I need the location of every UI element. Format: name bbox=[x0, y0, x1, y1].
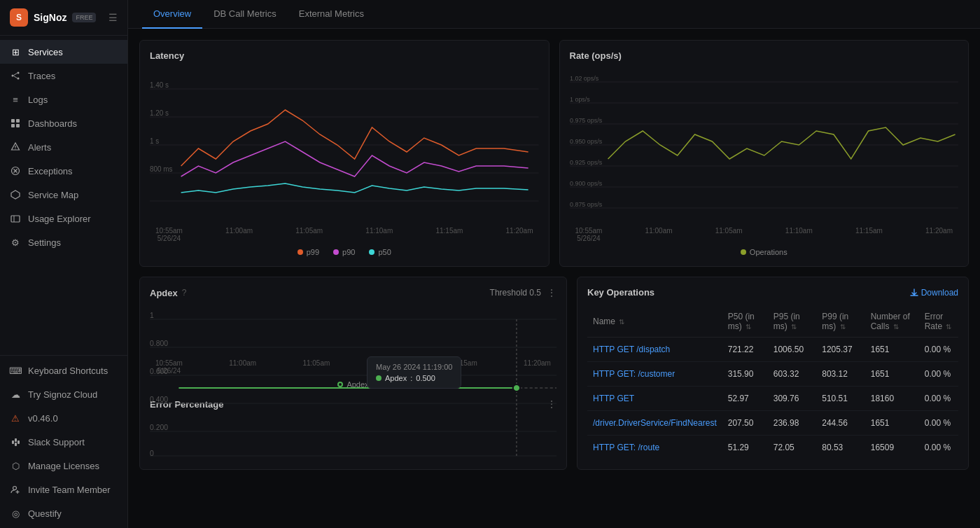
help-icon[interactable]: ? bbox=[182, 288, 187, 298]
latency-legend: p99 p90 p50 bbox=[150, 248, 539, 256]
svg-line-3 bbox=[14, 74, 18, 76]
sidebar-item-label: Slack Support bbox=[28, 437, 85, 447]
more-options-button[interactable]: ⋮ bbox=[547, 287, 556, 298]
sidebar-item-alerts[interactable]: Alerts bbox=[0, 135, 127, 159]
sidebar-item-slack-support[interactable]: Slack Support bbox=[0, 430, 127, 454]
sidebar-item-settings[interactable]: ⚙ Settings bbox=[0, 230, 127, 254]
op-p50-cell: 721.22 bbox=[722, 338, 768, 362]
svg-text:0.800: 0.800 bbox=[150, 340, 168, 347]
sidebar-item-dashboards[interactable]: Dashboards bbox=[0, 111, 127, 135]
op-p99-cell: 510.51 bbox=[816, 387, 865, 411]
logs-icon: ≡ bbox=[10, 94, 21, 105]
invite-icon bbox=[10, 484, 21, 495]
col-p50: P50 (in ms) ⇅ bbox=[722, 306, 768, 338]
sidebar-item-label: Service Map bbox=[28, 190, 78, 200]
usage-explorer-icon bbox=[10, 213, 21, 224]
op-name-cell[interactable]: HTTP GET: /customer bbox=[587, 362, 722, 387]
sidebar-item-manage-licenses[interactable]: ⬡ Manage Licenses bbox=[0, 454, 127, 478]
services-icon: ⊞ bbox=[10, 46, 21, 57]
op-name-cell[interactable]: HTTP GET bbox=[587, 387, 722, 411]
svg-text:1.02 ops/s: 1.02 ops/s bbox=[570, 75, 599, 82]
license-icon: ⬡ bbox=[10, 460, 21, 471]
table-row: HTTP GET 52.97 309.76 510.51 18160 0.00 … bbox=[587, 387, 958, 411]
key-operations-card: Key Operations Download Name ⇅ bbox=[577, 277, 969, 470]
op-p99-cell: 244.56 bbox=[816, 411, 865, 436]
download-icon bbox=[910, 289, 918, 297]
sidebar-bottom: ⌨ Keyboard Shortcuts ☁ Try Signoz Cloud … bbox=[0, 355, 127, 528]
sidebar-item-label: Settings bbox=[28, 237, 61, 248]
svg-point-2 bbox=[18, 78, 20, 80]
svg-rect-20 bbox=[15, 443, 17, 446]
ops-table-body: HTTP GET /dispatch 721.22 1006.50 1205.3… bbox=[587, 338, 958, 460]
col-name: Name ⇅ bbox=[587, 306, 722, 338]
sidebar-item-questify[interactable]: ◎ Questify bbox=[0, 501, 127, 525]
p50-sort-icon[interactable]: ⇅ bbox=[746, 323, 751, 331]
error-sort-icon[interactable]: ⇅ bbox=[946, 323, 951, 331]
main-content: Overview DB Call Metrics External Metric… bbox=[128, 0, 980, 528]
p90-dot bbox=[333, 249, 339, 255]
table-row: HTTP GET: /customer 315.90 603.32 803.12… bbox=[587, 362, 958, 387]
svg-text:0.600: 0.600 bbox=[150, 368, 168, 375]
tab-db-call-metrics[interactable]: DB Call Metrics bbox=[202, 0, 288, 29]
legend-operations: Operations bbox=[741, 248, 788, 256]
settings-icon: ⚙ bbox=[10, 237, 21, 248]
sidebar-item-services[interactable]: ⊞ Services bbox=[0, 40, 127, 64]
sidebar-item-label: Traces bbox=[28, 71, 55, 81]
sidebar-item-label: Services bbox=[28, 47, 63, 57]
op-name-cell[interactable]: /driver.DriverService/FindNearest bbox=[587, 411, 722, 436]
calls-sort-icon[interactable]: ⇅ bbox=[893, 323, 899, 331]
sidebar-item-label: Logs bbox=[28, 95, 48, 105]
svg-marker-14 bbox=[11, 190, 20, 199]
name-sort-icon[interactable]: ⇅ bbox=[619, 318, 624, 326]
sidebar-item-invite-team[interactable]: Invite Team Member bbox=[0, 478, 127, 501]
svg-line-4 bbox=[14, 76, 18, 78]
sidebar-item-logs[interactable]: ≡ Logs bbox=[0, 88, 127, 111]
threshold-label: Threshold 0.5 bbox=[490, 288, 541, 298]
sidebar-item-label: Manage Licenses bbox=[28, 461, 99, 471]
sidebar-nav: ⊞ Services Traces ≡ Logs Dashboards Aler… bbox=[0, 36, 127, 355]
op-p50-cell: 51.29 bbox=[722, 436, 768, 460]
p95-sort-icon[interactable]: ⇅ bbox=[791, 323, 797, 331]
sidebar-item-usage-explorer[interactable]: Usage Explorer bbox=[0, 207, 127, 230]
sidebar-item-try-cloud[interactable]: ☁ Try Signoz Cloud bbox=[0, 382, 127, 406]
svg-text:1.20 s: 1.20 s bbox=[150, 109, 169, 117]
svg-text:0.975 ops/s: 0.975 ops/s bbox=[570, 117, 603, 124]
p99-sort-icon[interactable]: ⇅ bbox=[840, 323, 846, 331]
table-row: HTTP GET: /route 51.29 72.05 80.53 16509… bbox=[587, 436, 958, 460]
op-p99-cell: 80.53 bbox=[816, 436, 865, 460]
latency-svg: 1.40 s 1.20 s 1 s 800 ms bbox=[150, 68, 539, 222]
legend-p99: p99 bbox=[298, 248, 319, 256]
svg-rect-6 bbox=[16, 119, 20, 123]
svg-rect-5 bbox=[11, 119, 15, 123]
logo-icon: S bbox=[10, 8, 28, 27]
apdex-header: Apdex ? Threshold 0.5 ⋮ bbox=[150, 287, 556, 298]
sidebar-item-exceptions[interactable]: Exceptions bbox=[0, 159, 127, 183]
sidebar-item-version[interactable]: ⚠ v0.46.0 bbox=[0, 406, 127, 430]
sidebar-item-label: Dashboards bbox=[28, 118, 77, 129]
table-row: HTTP GET /dispatch 721.22 1006.50 1205.3… bbox=[587, 338, 958, 362]
sidebar-item-keyboard-shortcuts[interactable]: ⌨ Keyboard Shortcuts bbox=[0, 359, 127, 382]
download-button[interactable]: Download bbox=[910, 288, 958, 298]
dashboards-icon bbox=[10, 118, 21, 129]
plan-badge: FREE bbox=[72, 13, 96, 22]
collapse-button[interactable]: ☰ bbox=[108, 12, 118, 23]
cloud-icon: ☁ bbox=[10, 389, 21, 400]
keyboard-icon: ⌨ bbox=[10, 365, 21, 376]
sidebar-item-label: Usage Explorer bbox=[28, 214, 91, 224]
sidebar-item-traces[interactable]: Traces bbox=[0, 64, 127, 88]
op-name-cell[interactable]: HTTP GET /dispatch bbox=[587, 338, 722, 362]
bottom-row: Apdex ? Threshold 0.5 ⋮ bbox=[139, 277, 969, 470]
rate-chart-container: 1.02 ops/s 1 ops/s 0.975 ops/s 0.950 ops… bbox=[570, 68, 959, 224]
tab-overview[interactable]: Overview bbox=[142, 0, 202, 29]
table-row: /driver.DriverService/FindNearest 207.50… bbox=[587, 411, 958, 436]
sidebar-item-service-map[interactable]: Service Map bbox=[0, 183, 127, 207]
sidebar-header: S SigNoz FREE ☰ bbox=[0, 0, 127, 36]
legend-p50: p50 bbox=[369, 248, 391, 256]
svg-text:0: 0 bbox=[150, 450, 154, 457]
op-name-cell[interactable]: HTTP GET: /route bbox=[587, 436, 722, 460]
latency-title: Latency bbox=[150, 50, 539, 61]
tab-external-metrics[interactable]: External Metrics bbox=[288, 0, 375, 29]
svg-text:0.900 ops/s: 0.900 ops/s bbox=[570, 180, 603, 187]
op-calls-cell: 1651 bbox=[865, 338, 919, 362]
op-p95-cell: 603.32 bbox=[768, 362, 817, 387]
